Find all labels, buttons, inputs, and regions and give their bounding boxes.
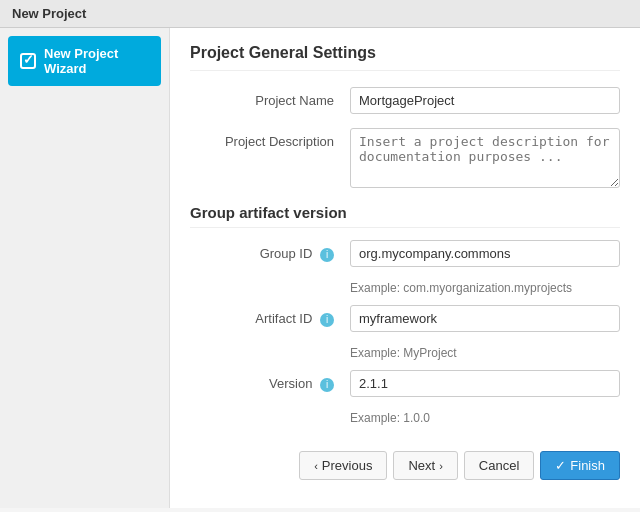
check-icon	[20, 53, 36, 69]
cancel-button[interactable]: Cancel	[464, 451, 534, 480]
project-name-label: Project Name	[190, 87, 350, 108]
artifact-id-example: Example: MyProject	[350, 346, 620, 360]
version-input[interactable]	[350, 370, 620, 397]
previous-button[interactable]: ‹ Previous	[299, 451, 387, 480]
project-name-group: Project Name	[190, 87, 620, 114]
previous-arrow-icon: ‹	[314, 460, 318, 472]
group-id-group: Group ID i	[190, 240, 620, 267]
project-name-input[interactable]	[350, 87, 620, 114]
artifact-id-label: Artifact ID i	[190, 305, 350, 327]
group-id-input[interactable]	[350, 240, 620, 267]
sidebar-item-wizard[interactable]: New Project Wizard	[8, 36, 161, 86]
version-group: Version i	[190, 370, 620, 397]
next-arrow-icon: ›	[439, 460, 443, 472]
button-row: ‹ Previous Next › Cancel ✓ Finish	[190, 441, 620, 480]
main-layout: New Project Wizard Project General Setti…	[0, 28, 640, 508]
project-description-input[interactable]	[350, 128, 620, 188]
finish-button[interactable]: ✓ Finish	[540, 451, 620, 480]
subsection-title: Group artifact version	[190, 204, 620, 228]
version-example: Example: 1.0.0	[350, 411, 620, 425]
group-id-label: Group ID i	[190, 240, 350, 262]
finish-check-icon: ✓	[555, 458, 566, 473]
next-button[interactable]: Next ›	[393, 451, 457, 480]
version-label: Version i	[190, 370, 350, 392]
artifact-id-input[interactable]	[350, 305, 620, 332]
project-description-group: Project Description	[190, 128, 620, 188]
content-area: Project General Settings Project Name Pr…	[170, 28, 640, 508]
group-id-info-icon[interactable]: i	[320, 248, 334, 262]
page-title: New Project	[12, 6, 86, 21]
group-id-example: Example: com.myorganization.myprojects	[350, 281, 620, 295]
section-title: Project General Settings	[190, 44, 620, 71]
sidebar-item-label: New Project Wizard	[44, 46, 149, 76]
version-info-icon[interactable]: i	[320, 378, 334, 392]
project-description-label: Project Description	[190, 128, 350, 149]
top-bar: New Project	[0, 0, 640, 28]
artifact-id-group: Artifact ID i	[190, 305, 620, 332]
sidebar: New Project Wizard	[0, 28, 170, 508]
artifact-id-info-icon[interactable]: i	[320, 313, 334, 327]
